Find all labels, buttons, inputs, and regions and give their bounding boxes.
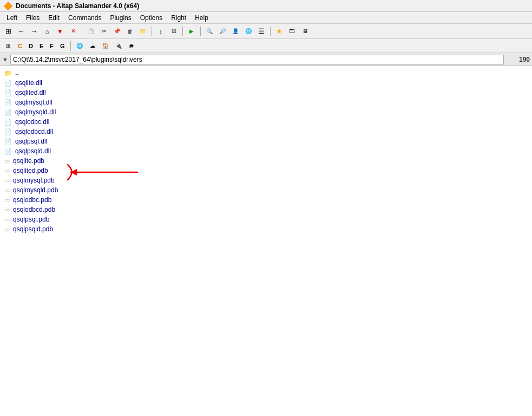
menu-edit[interactable]: Edit xyxy=(44,13,64,23)
btn-menu[interactable]: ☰ xyxy=(255,25,267,37)
parent-dir-item[interactable]: 📁 .. xyxy=(0,68,532,78)
btn-user[interactable]: 👤 xyxy=(229,25,241,37)
menu-right[interactable]: Right xyxy=(167,13,191,23)
btn-plug[interactable]: 🔌 xyxy=(113,40,124,52)
parent-dir-icon: 📁 xyxy=(4,70,12,77)
file-name: qsqlite.pdb xyxy=(13,157,44,165)
file-icon: ▭ xyxy=(4,216,10,223)
toolbar-drives: ⊞ C D E F G 🌐 ☁ 🏠 🔌 🌧 xyxy=(0,39,532,53)
file-name: qsqlodbc.dll xyxy=(15,118,49,126)
path-input[interactable] xyxy=(10,55,504,64)
file-icon: ▭ xyxy=(4,187,10,194)
list-item[interactable]: ▭ qsqlodbc.pdb xyxy=(0,195,532,205)
btn-cloud2[interactable]: 🌧 xyxy=(126,40,137,52)
btn-paste[interactable]: 📌 xyxy=(111,25,123,37)
btn-sel[interactable]: ☑ xyxy=(168,25,180,37)
list-item[interactable]: ▭ qsqlodbcd.pdb xyxy=(0,205,532,214)
list-item[interactable]: 📄 qsqlodbc.dll xyxy=(0,117,532,127)
list-item[interactable]: ▭ qsqlmysqld.pdb xyxy=(0,185,532,195)
drive-d[interactable]: D xyxy=(26,41,36,51)
list-item[interactable]: 📄 qsqlpsql.dll xyxy=(0,136,532,146)
file-icon: 📄 xyxy=(4,99,12,106)
drive-e[interactable]: E xyxy=(37,41,46,51)
btn-sort[interactable]: ↕ xyxy=(155,25,167,37)
list-item[interactable]: 📄 qsqlpsqld.dll xyxy=(0,146,532,156)
file-icon: 📄 xyxy=(4,148,12,155)
btn-back[interactable]: ← xyxy=(15,25,27,37)
path-bar: ▼ 190 xyxy=(0,53,532,66)
btn-cloud[interactable]: ☁ xyxy=(87,40,98,52)
btn-star[interactable]: ★ xyxy=(273,25,285,37)
sep4 xyxy=(200,27,201,36)
list-item[interactable]: 📄 qsqlmysqld.dll xyxy=(0,107,532,117)
btn-cut[interactable]: ✂ xyxy=(98,25,110,37)
file-name: qsqlodbcd.dll xyxy=(15,128,53,135)
file-name: qsqlodbc.pdb xyxy=(13,196,51,204)
btn-panel-icon[interactable]: ⊞ xyxy=(2,40,14,52)
menu-plugins[interactable]: Plugins xyxy=(106,13,135,23)
menu-commands[interactable]: Commands xyxy=(64,13,106,23)
btn-win2[interactable]: 🖥 xyxy=(299,25,311,37)
btn-go[interactable]: ▶ xyxy=(186,25,198,37)
title-bar: 🔶 Documents - Altap Salamander 4.0 (x64) xyxy=(0,0,532,12)
menu-help[interactable]: Help xyxy=(191,13,213,23)
btn-network[interactable]: 🌐 xyxy=(242,25,254,37)
btn-findplus[interactable]: 🔎 xyxy=(216,25,228,37)
btn-forward[interactable]: → xyxy=(28,25,40,37)
btn-filter2[interactable]: ✕ xyxy=(67,25,79,37)
btn-panel[interactable]: ⊞ xyxy=(2,25,14,37)
list-item[interactable]: ▭ qsqlited.pdb xyxy=(0,166,532,176)
list-item[interactable]: ▭ qsqlite.pdb xyxy=(0,156,532,166)
file-name: qsqlmysqld.pdb xyxy=(13,186,58,194)
btn-newdir[interactable]: 📁 xyxy=(137,25,149,37)
drive-f[interactable]: F xyxy=(47,41,56,51)
sep-drives xyxy=(70,41,71,51)
file-icon: 📄 xyxy=(4,128,12,135)
list-item[interactable]: 📄 qsqlite.dll xyxy=(0,78,532,88)
btn-win1[interactable]: 🗔 xyxy=(286,25,298,37)
drive-c[interactable]: C xyxy=(15,41,25,51)
list-item[interactable]: ▭ qsqlpsqld.pdb xyxy=(0,224,532,234)
btn-home2[interactable]: 🏠 xyxy=(100,40,111,52)
file-name: qsqlpsqld.dll xyxy=(15,147,51,155)
list-item[interactable]: 📄 qsqlited.dll xyxy=(0,88,532,98)
list-item[interactable]: ▭ qsqlmysql.pdb xyxy=(0,176,532,185)
menu-bar: Left Files Edit Commands Plugins Options… xyxy=(0,12,532,24)
title-text: Documents - Altap Salamander 4.0 (x64) xyxy=(16,2,139,10)
file-name: qsqlmysql.pdb xyxy=(13,177,55,184)
btn-filter1[interactable]: ▼ xyxy=(54,25,66,37)
toolbar-main: ⊞ ← → ⌂ ▼ ✕ 📋 ✂ 📌 🗑 📁 ↕ ☑ ▶ 🔍 🔎 👤 🌐 ☰ ★ … xyxy=(0,24,532,39)
btn-home[interactable]: ⌂ xyxy=(41,25,53,37)
drive-g[interactable]: G xyxy=(57,41,68,51)
file-name: qsqlpsqld.pdb xyxy=(13,225,53,233)
list-item[interactable]: 📄 qsqlmysql.dll xyxy=(0,98,532,107)
file-name: qsqlited.pdb xyxy=(13,167,48,174)
list-item[interactable]: ▭ qsqlpsql.pdb xyxy=(0,214,532,224)
list-item[interactable]: 📄 qsqlodbcd.dll xyxy=(0,127,532,136)
file-icon: 📄 xyxy=(4,138,12,145)
btn-delete[interactable]: 🗑 xyxy=(124,25,136,37)
btn-find[interactable]: 🔍 xyxy=(203,25,215,37)
menu-left[interactable]: Left xyxy=(2,13,22,23)
sep5 xyxy=(270,27,271,36)
content-area: 📁 .. 📄 qsqlite.dll 📄 qsqlited.dll 📄 qsql… xyxy=(0,66,532,236)
file-icon: ▭ xyxy=(4,158,10,165)
btn-net-globe[interactable]: 🌐 xyxy=(74,40,86,52)
menu-files[interactable]: Files xyxy=(22,13,44,23)
file-name: qsqlpsql.dll xyxy=(15,138,47,145)
file-name: qsqlmysqld.dll xyxy=(15,108,56,116)
file-name: qsqlmysql.dll xyxy=(15,99,52,106)
path-dropdown-icon[interactable]: ▼ xyxy=(2,56,8,63)
file-name: qsqlite.dll xyxy=(15,79,42,87)
file-list: 📁 .. 📄 qsqlite.dll 📄 qsqlited.dll 📄 qsql… xyxy=(0,66,532,236)
btn-copy[interactable]: 📋 xyxy=(85,25,97,37)
file-name: qsqlited.dll xyxy=(15,89,46,96)
sep1 xyxy=(82,27,82,36)
path-count: 190 xyxy=(508,56,530,63)
file-icon: 📄 xyxy=(4,109,12,116)
parent-dir-label: .. xyxy=(15,69,19,77)
file-icon: 📄 xyxy=(4,80,12,87)
menu-options[interactable]: Options xyxy=(136,13,167,23)
file-name: qsqlodbcd.pdb xyxy=(13,206,55,213)
sep2 xyxy=(152,27,152,36)
